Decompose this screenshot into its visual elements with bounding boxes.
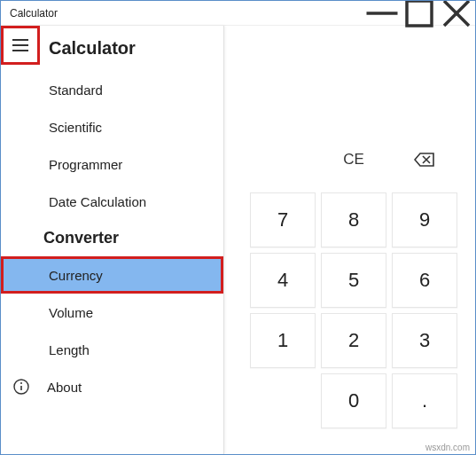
maximize-button[interactable] — [401, 1, 438, 25]
nav-item-scientific[interactable]: Scientific — [1, 108, 223, 145]
hamburger-button[interactable] — [1, 26, 40, 65]
key-0[interactable]: 0 — [321, 373, 386, 428]
main-panel: CE 7 8 9 4 5 6 1 2 3 0 — [224, 26, 475, 454]
nav-sidebar: Calculator Standard Scientific Programme… — [1, 26, 224, 454]
nav-item-about[interactable]: About — [1, 368, 223, 405]
window-title: Calculator — [10, 7, 363, 20]
nav-item-volume[interactable]: Volume — [1, 294, 223, 331]
backspace-icon — [414, 152, 435, 168]
key-7[interactable]: 7 — [250, 192, 316, 247]
titlebar: Calculator — [1, 1, 475, 26]
hamburger-icon — [12, 39, 28, 51]
svg-point-8 — [20, 382, 22, 384]
app-window: Calculator Calculator Standard Scientifi… — [0, 0, 476, 455]
key-5[interactable]: 5 — [321, 253, 386, 308]
close-button[interactable] — [438, 1, 475, 25]
key-4[interactable]: 4 — [250, 253, 316, 308]
minimize-button[interactable] — [363, 1, 401, 25]
key-3[interactable]: 3 — [392, 313, 457, 368]
key-decimal[interactable]: . — [392, 373, 457, 428]
watermark: wsxdn.com — [425, 443, 470, 452]
key-backspace[interactable] — [392, 132, 457, 187]
nav-item-standard[interactable]: Standard — [1, 71, 223, 108]
key-8[interactable]: 8 — [321, 192, 386, 247]
key-1[interactable]: 1 — [250, 313, 316, 368]
nav-header-converter: Converter — [1, 220, 223, 256]
keypad: CE 7 8 9 4 5 6 1 2 3 0 — [250, 132, 463, 428]
key-9[interactable]: 9 — [392, 192, 457, 247]
key-6[interactable]: 6 — [392, 253, 457, 308]
nav-item-programmer[interactable]: Programmer — [1, 145, 223, 183]
nav-item-about-label: About — [47, 380, 82, 395]
key-2[interactable]: 2 — [321, 313, 386, 368]
nav-item-currency-wrap: Currency — [1, 256, 223, 294]
nav-item-currency[interactable]: Currency — [1, 256, 223, 294]
svg-rect-1 — [407, 1, 432, 26]
nav-item-length[interactable]: Length — [1, 331, 223, 368]
info-icon — [13, 379, 29, 395]
app-body: Calculator Standard Scientific Programme… — [1, 26, 475, 454]
key-clear-entry[interactable]: CE — [321, 132, 386, 187]
nav-item-date-calculation[interactable]: Date Calculation — [1, 183, 223, 220]
